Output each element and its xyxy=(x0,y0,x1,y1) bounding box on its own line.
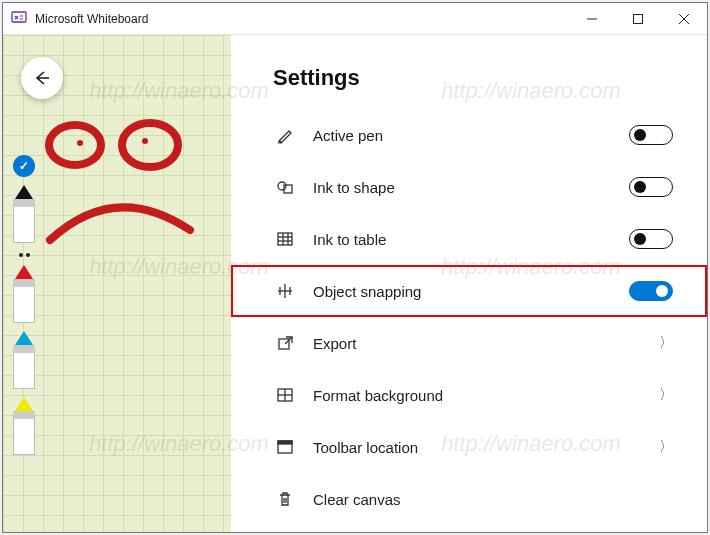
setting-export[interactable]: Export 〉 xyxy=(231,317,707,369)
setting-label: Ink to shape xyxy=(313,179,395,196)
titlebar: Microsoft Whiteboard xyxy=(3,3,707,35)
settings-heading: Settings xyxy=(231,65,707,109)
setting-label: Clear canvas xyxy=(313,491,401,508)
svg-rect-27 xyxy=(278,441,292,444)
shape-icon xyxy=(275,177,295,197)
selected-pen-indicator[interactable] xyxy=(13,155,35,177)
svg-point-10 xyxy=(278,182,286,190)
maximize-button[interactable] xyxy=(615,3,661,35)
pen-more-icon[interactable] xyxy=(19,253,30,257)
setting-ink-to-table[interactable]: Ink to table xyxy=(231,213,707,265)
minimize-button[interactable] xyxy=(569,3,615,35)
setting-label: Toolbar location xyxy=(313,439,418,456)
whiteboard-canvas[interactable] xyxy=(3,35,231,532)
window-title: Microsoft Whiteboard xyxy=(35,12,148,26)
trash-icon xyxy=(275,489,295,509)
snap-icon xyxy=(275,281,295,301)
setting-label: Ink to table xyxy=(313,231,386,248)
chevron-right-icon: 〉 xyxy=(659,386,673,404)
svg-rect-12 xyxy=(278,233,292,245)
setting-clear-canvas[interactable]: Clear canvas xyxy=(231,473,707,525)
grid-icon xyxy=(275,385,295,405)
setting-label: Format background xyxy=(313,387,443,404)
setting-toolbar-location[interactable]: Toolbar location 〉 xyxy=(231,421,707,473)
chevron-right-icon: 〉 xyxy=(659,438,673,456)
setting-label: Object snapping xyxy=(313,283,421,300)
setting-label: Export xyxy=(313,335,356,352)
black-pen-tool[interactable] xyxy=(13,185,35,243)
object-snapping-toggle[interactable] xyxy=(629,281,673,301)
ink-drawing-sad-face xyxy=(35,115,205,265)
ink-to-table-toggle[interactable] xyxy=(629,229,673,249)
setting-object-snapping[interactable]: Object snapping xyxy=(231,265,707,317)
svg-rect-0 xyxy=(12,12,26,22)
pen-toolbelt xyxy=(9,155,39,455)
active-pen-toggle[interactable] xyxy=(629,125,673,145)
pen-icon xyxy=(275,125,295,145)
svg-point-8 xyxy=(77,140,83,146)
setting-ink-to-shape[interactable]: Ink to shape xyxy=(231,161,707,213)
chevron-right-icon: 〉 xyxy=(659,334,673,352)
table-icon xyxy=(275,229,295,249)
close-button[interactable] xyxy=(661,3,707,35)
setting-label: Active pen xyxy=(313,127,383,144)
svg-rect-21 xyxy=(279,339,289,349)
app-icon xyxy=(11,11,27,27)
svg-point-9 xyxy=(142,138,148,144)
setting-format-background[interactable]: Format background 〉 xyxy=(231,369,707,421)
back-button[interactable] xyxy=(21,57,63,99)
red-pen-tool[interactable] xyxy=(13,265,35,323)
svg-point-7 xyxy=(122,123,178,167)
ink-to-shape-toggle[interactable] xyxy=(629,177,673,197)
setting-active-pen[interactable]: Active pen xyxy=(231,109,707,161)
svg-rect-2 xyxy=(634,14,643,23)
svg-point-6 xyxy=(49,125,101,165)
highlighter-tool[interactable] xyxy=(13,397,35,455)
settings-panel: Settings Active pen Ink to shape Ink xyxy=(231,35,707,532)
toolbar-icon xyxy=(275,437,295,457)
export-icon xyxy=(275,333,295,353)
cyan-pen-tool[interactable] xyxy=(13,331,35,389)
